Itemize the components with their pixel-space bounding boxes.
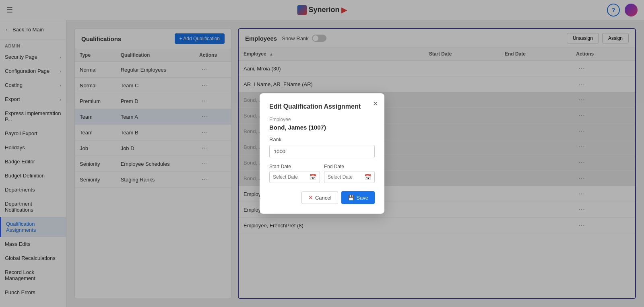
end-date-calendar-icon[interactable]: 📅 [364,174,371,180]
end-date-input[interactable] [328,174,362,180]
modal-overlay: Edit Qualification Assignment ✕ Employee… [0,0,644,307]
cancel-button[interactable]: ✕ Cancel [301,191,338,204]
end-date-label: End Date [324,164,375,169]
modal-title: Edit Qualification Assignment [269,103,375,110]
date-row: Start Date 📅 End Date 📅 [269,164,375,183]
modal-footer: ✕ Cancel 💾 Save [269,191,375,204]
employee-label: Employee [269,117,375,122]
rank-label: Rank [269,136,375,142]
start-date-field: Start Date 📅 [269,164,320,183]
end-date-input-wrap[interactable]: 📅 [324,171,375,183]
rank-input[interactable] [269,145,375,158]
edit-qualification-modal: Edit Qualification Assignment ✕ Employee… [260,93,384,214]
save-disk-icon: 💾 [348,195,354,201]
start-date-calendar-icon[interactable]: 📅 [310,174,316,180]
start-date-label: Start Date [269,164,320,169]
cancel-x-icon: ✕ [308,194,313,201]
end-date-field: End Date 📅 [324,164,375,183]
modal-close-button[interactable]: ✕ [373,100,378,107]
start-date-input[interactable] [273,174,307,180]
save-button[interactable]: 💾 Save [341,191,375,204]
start-date-input-wrap[interactable]: 📅 [269,171,320,183]
employee-name-value: Bond, James (1007) [269,124,375,131]
